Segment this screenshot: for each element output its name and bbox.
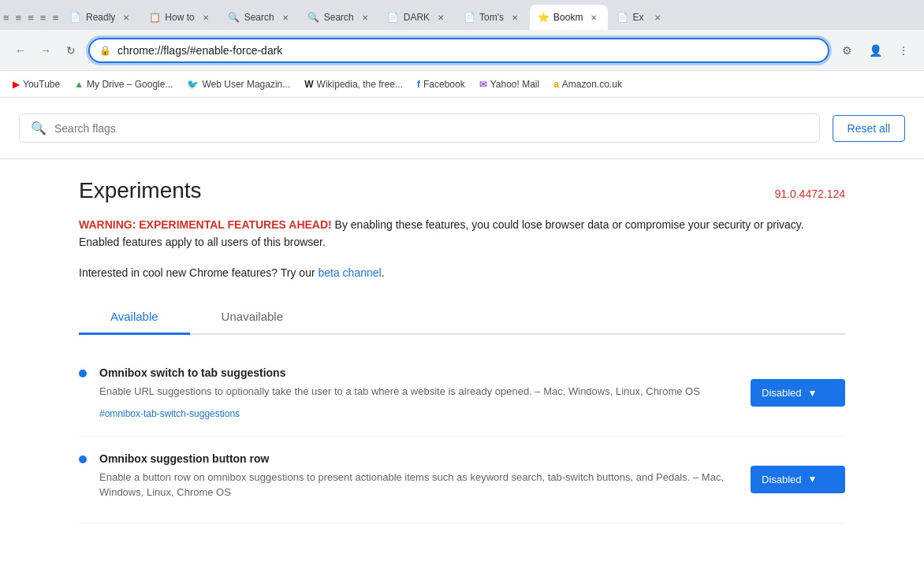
tab-bookmarks-close[interactable]: ✕: [587, 11, 600, 24]
tab-search2[interactable]: 🔍 Search ✕: [300, 5, 379, 30]
bookmark-yahoo[interactable]: ✉ Yahoo! Mail: [473, 76, 546, 93]
bookmark-facebook[interactable]: f Facebook: [411, 76, 471, 93]
tabs-navigation: Available Unavailable: [79, 300, 845, 335]
tab-grid-icon-4[interactable]: ≡: [40, 12, 47, 24]
flag-desc-1: Enable URL suggestions to optionally tak…: [99, 384, 738, 400]
bookmark-youtube[interactable]: ▶ YouTube: [6, 76, 66, 93]
bookmark-drive[interactable]: ▲ My Drive – Google...: [68, 76, 179, 93]
tab-search1-label: Search: [244, 12, 274, 23]
version-text: 91.0.4472.124: [774, 188, 845, 200]
reload-button[interactable]: ↻: [60, 39, 82, 61]
bookmark-wikipedia[interactable]: W Wikipedia, the free...: [298, 76, 409, 93]
back-button[interactable]: ←: [9, 39, 32, 61]
flag-dropdown-1[interactable]: Disabled ▼: [751, 379, 845, 407]
drive-icon: ▲: [74, 79, 84, 90]
flag-item-2: Omnibox suggestion button row Enable a b…: [79, 437, 845, 523]
facebook-icon: f: [417, 79, 420, 90]
flag-item-1: Omnibox switch to tab suggestions Enable…: [79, 351, 845, 437]
tab-howto[interactable]: 📋 How to ✕: [141, 5, 219, 30]
flag-title-2: Omnibox suggestion button row: [99, 452, 738, 465]
ex-icon: 📄: [617, 12, 628, 23]
profile-button[interactable]: 👤: [864, 39, 886, 61]
flag-link-1[interactable]: #omnibox-tab-switch-suggestions: [99, 408, 240, 419]
bookmark-youtube-label: YouTube: [23, 79, 60, 90]
bookmark-wikipedia-label: Wikipedia, the free...: [317, 79, 403, 90]
menu-button[interactable]: ⋮: [892, 39, 915, 61]
toms-icon: 📄: [464, 12, 475, 23]
tab-search1-close[interactable]: ✕: [279, 11, 292, 24]
bookmark-drive-label: My Drive – Google...: [87, 79, 173, 90]
tab-search2-label: Search: [324, 12, 354, 23]
tab-grid-icon-2[interactable]: ≡: [16, 12, 22, 24]
tab-bookmarks[interactable]: ⭐ Bookm ✕: [530, 5, 608, 30]
experiments-section: Experiments 91.0.4472.124 WARNING: EXPER…: [0, 159, 924, 555]
reset-all-button[interactable]: Reset all: [833, 115, 905, 142]
tab-grid-icon-5[interactable]: ≡: [52, 12, 58, 24]
tab-bookmarks-label: Bookm: [553, 12, 583, 23]
warning-bold: WARNING: EXPERIMENTAL FEATURES AHEAD!: [79, 218, 332, 231]
flag-bullet-1: [79, 370, 87, 377]
bookmark-facebook-label: Facebook: [423, 79, 465, 90]
search2-icon: 🔍: [308, 12, 319, 23]
tab-toms-close[interactable]: ✕: [509, 11, 521, 24]
dropdown-arrow-2: ▼: [808, 474, 818, 485]
dark-icon: 📄: [388, 12, 399, 23]
amazon-icon: a: [553, 79, 559, 90]
tab-readly-close[interactable]: ✕: [120, 11, 132, 24]
bookmark-webuser[interactable]: 🐦 Web User Magazin...: [181, 76, 296, 93]
browser-nav-icons: ≡ ≡ ≡ ≡ ≡: [3, 5, 61, 30]
channel-text: Interested in cool new Chrome features? …: [79, 264, 845, 281]
tab-unavailable[interactable]: Unavailable: [190, 300, 315, 335]
tab-dark[interactable]: 📄 DARK ✕: [380, 5, 455, 30]
tab-readly[interactable]: 📄 Readly ✕: [62, 5, 140, 30]
tab-dark-close[interactable]: ✕: [434, 11, 447, 24]
tab-howto-label: How to: [165, 12, 194, 23]
tab-howto-close[interactable]: ✕: [199, 11, 212, 24]
bookmark-amazon[interactable]: a Amazon.co.uk: [547, 76, 628, 93]
bookmark-yahoo-label: Yahoo! Mail: [490, 79, 539, 90]
main-content: 🔍 Reset all Experiments 91.0.4472.124 WA…: [0, 98, 924, 565]
tab-grid-icon-3[interactable]: ≡: [28, 12, 34, 24]
channel-text-before: Interested in cool new Chrome features? …: [79, 266, 318, 279]
tab-search1[interactable]: 🔍 Search ✕: [221, 5, 300, 30]
flags-list: Omnibox switch to tab suggestions Enable…: [79, 351, 845, 555]
dropdown-arrow-1: ▼: [808, 388, 818, 399]
flag-bullet-2: [79, 455, 87, 463]
readly-icon: 📄: [70, 12, 81, 23]
search-input[interactable]: [54, 122, 808, 135]
tab-search2-close[interactable]: ✕: [359, 11, 371, 24]
flag-content-2: Omnibox suggestion button row Enable a b…: [99, 452, 738, 507]
beta-channel-link[interactable]: beta channel: [318, 266, 381, 279]
twitter-icon: 🐦: [187, 79, 199, 90]
tab-dark-label: DARK: [404, 12, 430, 23]
yahoo-icon: ✉: [479, 79, 487, 90]
bookmark-webuser-label: Web User Magazin...: [202, 79, 290, 90]
youtube-icon: ▶: [13, 79, 20, 90]
experiments-header: Experiments 91.0.4472.124: [79, 178, 845, 203]
tab-ex[interactable]: 📄 Ex ✕: [609, 5, 672, 30]
tab-grid-icon-1[interactable]: ≡: [3, 12, 9, 24]
tab-available[interactable]: Available: [79, 300, 190, 335]
search1-icon: 🔍: [229, 12, 240, 23]
search-box: 🔍: [19, 113, 820, 143]
forward-button[interactable]: →: [35, 39, 57, 61]
warning-text: WARNING: EXPERIMENTAL FEATURES AHEAD! By…: [79, 216, 845, 251]
tab-ex-close[interactable]: ✕: [651, 11, 664, 24]
page-title: Experiments: [79, 178, 202, 203]
nav-buttons: ← → ↻: [9, 39, 82, 61]
channel-text-after: .: [382, 266, 385, 279]
search-icon: 🔍: [31, 121, 47, 136]
howto-icon: 📋: [149, 12, 160, 23]
extensions-button[interactable]: ⚙: [836, 39, 858, 61]
flag-dropdown-value-1: Disabled: [762, 387, 802, 399]
wikipedia-icon: W: [304, 79, 313, 90]
tab-bar: ≡ ≡ ≡ ≡ ≡ 📄 Readly ✕ 📋 How to ✕ 🔍 Search…: [0, 0, 924, 30]
address-input[interactable]: [117, 44, 818, 57]
tab-toms[interactable]: 📄 Tom's ✕: [456, 5, 529, 30]
address-box[interactable]: 🔒: [88, 38, 829, 63]
tab-ex-label: Ex: [632, 12, 643, 23]
bookmarks-icon: ⭐: [538, 12, 549, 23]
flag-dropdown-2[interactable]: Disabled ▼: [751, 466, 845, 493]
flag-title-1: Omnibox switch to tab suggestions: [99, 366, 738, 379]
flag-content-1: Omnibox switch to tab suggestions Enable…: [99, 366, 738, 420]
